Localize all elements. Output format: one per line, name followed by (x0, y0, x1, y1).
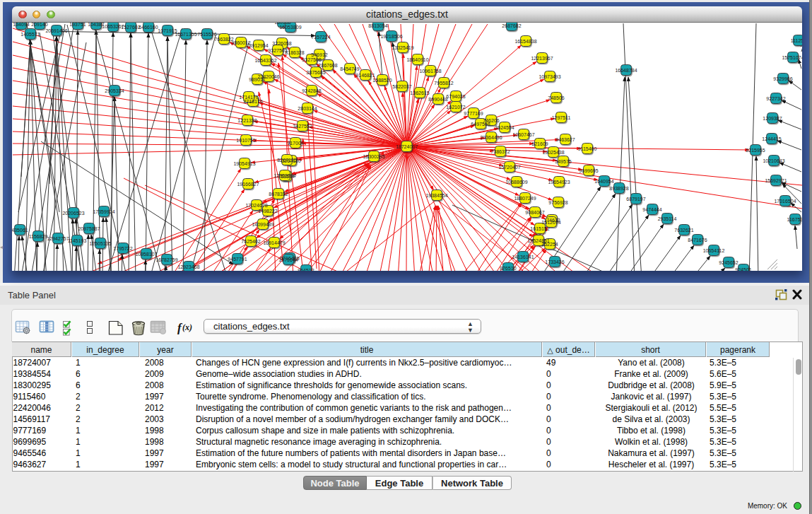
svg-text:19218506: 19218506 (380, 34, 402, 39)
svg-text:8990448: 8990448 (428, 97, 447, 102)
svg-text:1221338: 1221338 (237, 118, 257, 123)
svg-text:(x): (x) (182, 322, 192, 332)
svg-text:20206523: 20206523 (62, 211, 84, 216)
svg-text:6794028: 6794028 (446, 94, 465, 99)
svg-text:549575: 549575 (555, 159, 571, 164)
svg-text:748506: 748506 (548, 95, 564, 100)
svg-text:3624554: 3624554 (495, 125, 514, 130)
svg-text:2867608: 2867608 (318, 63, 337, 68)
svg-text:964512: 964512 (298, 268, 314, 271)
svg-text:20691406: 20691406 (45, 28, 67, 33)
svg-text:546912: 546912 (311, 52, 327, 57)
svg-text:12213967: 12213967 (531, 56, 553, 61)
svg-text:16914479: 16914479 (263, 240, 285, 245)
svg-text:17024678: 17024678 (245, 203, 267, 208)
svg-text:19054913: 19054913 (233, 161, 255, 166)
svg-text:1588520: 1588520 (372, 78, 392, 83)
svg-text:16782759: 16782759 (155, 257, 177, 262)
svg-text:10961758: 10961758 (419, 69, 441, 74)
svg-text:9699695: 9699695 (579, 168, 598, 173)
svg-text:7357224: 7357224 (311, 35, 330, 40)
svg-text:8938928: 8938928 (609, 186, 628, 191)
svg-text:9245652: 9245652 (719, 260, 738, 265)
svg-text:15692971: 15692971 (765, 178, 787, 183)
svg-text:111256: 111256 (791, 38, 802, 43)
svg-text:16648784: 16648784 (615, 68, 637, 73)
svg-text:1640954: 1640954 (594, 179, 613, 184)
svg-text:8215955: 8215955 (746, 148, 765, 153)
svg-text:18300295: 18300295 (363, 154, 384, 159)
svg-text:252254: 252254 (541, 242, 558, 247)
svg-text:2687682: 2687682 (502, 23, 521, 28)
svg-text:10958107: 10958107 (135, 252, 157, 257)
svg-text:12353594: 12353594 (273, 173, 295, 178)
svg-text:12505135: 12505135 (89, 241, 111, 246)
svg-text:1795722: 1795722 (113, 246, 132, 251)
svg-text:1405571: 1405571 (20, 32, 40, 37)
svg-text:9146821: 9146821 (355, 73, 375, 78)
svg-text:18724007: 18724007 (396, 144, 418, 149)
svg-text:9227342: 9227342 (766, 96, 785, 101)
svg-text:18807249: 18807249 (514, 196, 536, 201)
svg-text:435061: 435061 (12, 228, 28, 233)
svg-text:8186328: 8186328 (285, 50, 304, 55)
svg-text:2803144: 2803144 (298, 106, 317, 111)
svg-text:9777169: 9777169 (464, 111, 483, 116)
svg-text:1714170: 1714170 (239, 95, 258, 100)
svg-text:1209387: 1209387 (763, 116, 782, 121)
svg-text:9084067: 9084067 (525, 210, 544, 215)
svg-text:1244415: 1244415 (762, 136, 781, 141)
svg-text:9756928: 9756928 (548, 200, 567, 205)
svg-text:12923468: 12923468 (177, 264, 199, 269)
svg-text:10688609: 10688609 (505, 180, 527, 185)
svg-text:8912954: 8912954 (249, 43, 268, 48)
svg-text:7515526: 7515526 (197, 32, 216, 37)
svg-text:1297511: 1297511 (552, 115, 571, 120)
svg-text:10210643: 10210643 (763, 158, 784, 163)
svg-text:14099489: 14099489 (252, 222, 273, 227)
svg-text:19384554: 19384554 (425, 193, 447, 198)
svg-text:10607467: 10607467 (512, 132, 534, 137)
svg-text:134094: 134094 (13, 23, 29, 27)
svg-text:15720407: 15720407 (498, 165, 520, 170)
svg-text:20975887: 20975887 (78, 226, 100, 231)
svg-text:1156829: 1156829 (29, 234, 48, 239)
svg-text:8454749: 8454749 (340, 66, 359, 71)
svg-text:3875685: 3875685 (306, 70, 325, 75)
svg-text:16053809: 16053809 (279, 25, 301, 30)
svg-text:9115460: 9115460 (578, 146, 597, 151)
svg-text:1733426: 1733426 (545, 259, 564, 264)
svg-text:9327508: 9327508 (302, 57, 321, 62)
svg-text:9242848: 9242848 (302, 88, 321, 93)
svg-text:1527602: 1527602 (121, 25, 140, 30)
svg-text:3427552: 3427552 (293, 124, 312, 129)
svg-text:9329966: 9329966 (773, 76, 792, 81)
svg-text:1010755: 1010755 (236, 138, 255, 143)
svg-text:13325419: 13325419 (392, 45, 413, 50)
svg-text:2935114: 2935114 (658, 216, 677, 221)
svg-text:9860012: 9860012 (231, 40, 250, 45)
svg-text:6879197: 6879197 (626, 197, 645, 201)
svg-text:1362615: 1362615 (410, 90, 429, 95)
svg-text:3226058: 3226058 (272, 41, 291, 46)
svg-text:193751: 193751 (69, 23, 86, 27)
svg-text:116753: 116753 (787, 217, 802, 222)
svg-text:14136141: 14136141 (512, 255, 534, 259)
svg-text:18640910: 18640910 (406, 57, 428, 62)
svg-text:8471676: 8471676 (688, 238, 707, 243)
svg-text:10973493: 10973493 (539, 74, 560, 79)
svg-text:9474444: 9474444 (642, 207, 661, 212)
svg-text:209140: 209140 (31, 23, 47, 27)
svg-text:17016504: 17016504 (774, 199, 796, 204)
svg-text:8813054: 8813054 (368, 23, 387, 28)
svg-text:1612074: 1612074 (541, 220, 560, 225)
svg-text:746206: 746206 (483, 118, 499, 123)
svg-text:917004: 917004 (287, 141, 303, 146)
svg-text:9457791: 9457791 (228, 257, 247, 262)
svg-text:19166827: 19166827 (237, 182, 259, 187)
svg-text:9463627: 9463627 (555, 137, 575, 142)
svg-text:10654112: 10654112 (703, 248, 725, 253)
svg-text:1145193: 1145193 (68, 238, 87, 243)
svg-text:8267135: 8267135 (277, 158, 296, 163)
svg-text:7632621: 7632621 (674, 228, 693, 233)
